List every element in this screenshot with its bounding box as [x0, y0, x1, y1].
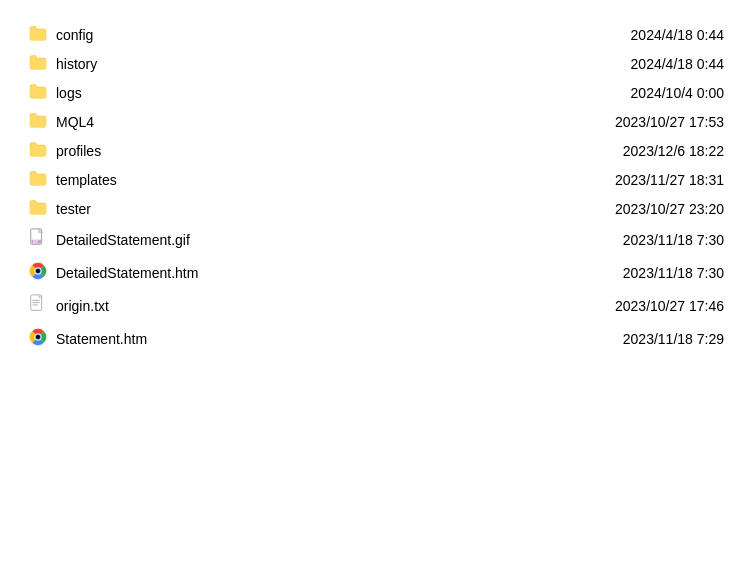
file-date-logs: 2024/10/4 0:00: [631, 85, 724, 101]
svg-point-14: [36, 335, 40, 339]
file-name-mql4: MQL4: [56, 114, 94, 130]
file-left-templates: templates: [28, 170, 288, 189]
file-name-tester: tester: [56, 201, 91, 217]
file-left-detailedstatement-gif: GIF DetailedStatement.gif: [28, 228, 288, 251]
file-icon-origin-txt: [28, 294, 48, 317]
file-left-origin-txt: origin.txt: [28, 294, 288, 317]
file-icon-detailedstatement-htm: [28, 261, 48, 284]
file-name-statement-htm: Statement.htm: [56, 331, 147, 347]
file-item-mql4[interactable]: MQL4 2023/10/27 17:53: [20, 107, 732, 136]
file-left-mql4: MQL4: [28, 112, 288, 131]
file-name-detailedstatement-gif: DetailedStatement.gif: [56, 232, 190, 248]
file-name-logs: logs: [56, 85, 82, 101]
file-date-detailedstatement-htm: 2023/11/18 7:30: [623, 265, 724, 281]
file-name-templates: templates: [56, 172, 117, 188]
file-icon-statement-htm: [28, 327, 48, 350]
file-date-history: 2024/4/18 0:44: [631, 56, 724, 72]
file-item-detailedstatement-htm[interactable]: DetailedStatement.htm 2023/11/18 7:30: [20, 256, 732, 289]
file-date-tester: 2023/10/27 23:20: [615, 201, 724, 217]
file-left-config: config: [28, 25, 288, 44]
file-date-statement-htm: 2023/11/18 7:29: [623, 331, 724, 347]
svg-point-6: [36, 269, 40, 273]
file-item-statement-htm[interactable]: Statement.htm 2023/11/18 7:29: [20, 322, 732, 355]
file-left-logs: logs: [28, 83, 288, 102]
file-name-profiles: profiles: [56, 143, 101, 159]
file-left-profiles: profiles: [28, 141, 288, 160]
file-name-detailedstatement-htm: DetailedStatement.htm: [56, 265, 198, 281]
file-date-profiles: 2023/12/6 18:22: [623, 143, 724, 159]
file-item-logs[interactable]: logs 2024/10/4 0:00: [20, 78, 732, 107]
file-name-origin-txt: origin.txt: [56, 298, 109, 314]
file-icon-detailedstatement-gif: GIF: [28, 228, 48, 251]
file-date-origin-txt: 2023/10/27 17:46: [615, 298, 724, 314]
file-item-config[interactable]: config 2024/4/18 0:44: [20, 20, 732, 49]
file-left-detailedstatement-htm: DetailedStatement.htm: [28, 261, 288, 284]
file-icon-logs: [28, 83, 48, 102]
file-date-templates: 2023/11/27 18:31: [615, 172, 724, 188]
file-left-history: history: [28, 54, 288, 73]
file-icon-mql4: [28, 112, 48, 131]
file-icon-templates: [28, 170, 48, 189]
file-item-history[interactable]: history 2024/4/18 0:44: [20, 49, 732, 78]
file-item-detailedstatement-gif[interactable]: GIF DetailedStatement.gif 2023/11/18 7:3…: [20, 223, 732, 256]
file-date-detailedstatement-gif: 2023/11/18 7:30: [623, 232, 724, 248]
file-icon-profiles: [28, 141, 48, 160]
file-left-tester: tester: [28, 199, 288, 218]
file-name-history: history: [56, 56, 97, 72]
file-item-templates[interactable]: templates 2023/11/27 18:31: [20, 165, 732, 194]
svg-text:GIF: GIF: [33, 240, 38, 244]
file-icon-history: [28, 54, 48, 73]
file-list: config 2024/4/18 0:44 history 2024/4/18 …: [0, 0, 752, 375]
file-icon-config: [28, 25, 48, 44]
file-icon-tester: [28, 199, 48, 218]
file-name-config: config: [56, 27, 93, 43]
file-item-profiles[interactable]: profiles 2023/12/6 18:22: [20, 136, 732, 165]
file-date-config: 2024/4/18 0:44: [631, 27, 724, 43]
file-date-mql4: 2023/10/27 17:53: [615, 114, 724, 130]
file-left-statement-htm: Statement.htm: [28, 327, 288, 350]
file-item-tester[interactable]: tester 2023/10/27 23:20: [20, 194, 732, 223]
file-item-origin-txt[interactable]: origin.txt 2023/10/27 17:46: [20, 289, 732, 322]
